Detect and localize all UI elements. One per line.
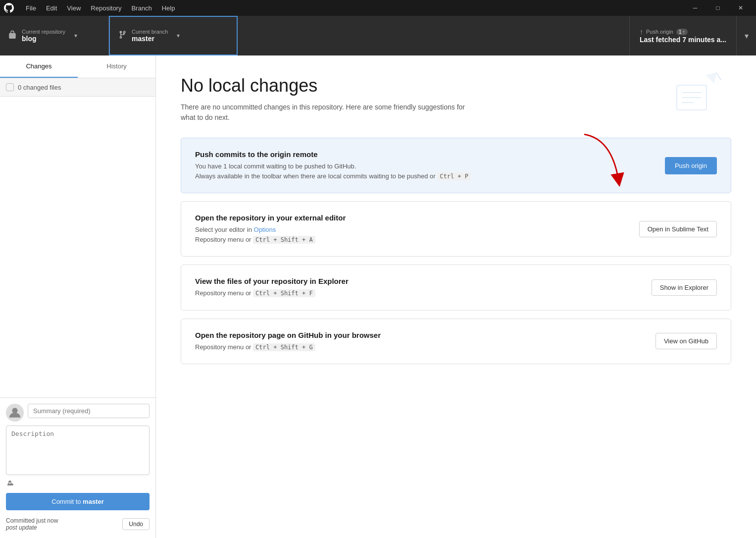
lock-icon (8, 30, 17, 42)
push-chevron-icon: ▾ (745, 31, 749, 41)
toolbar: Current repository blog ▾ Current branch… (0, 16, 756, 55)
red-arrow-decoration (573, 130, 632, 189)
minimize-button[interactable]: ─ (684, 0, 706, 16)
changed-files-row: 0 changed files (0, 78, 155, 97)
push-subtitle: Last fetched 7 minutes a... (640, 36, 726, 44)
commit-area: Commit to master Committed just now post… (0, 397, 155, 538)
github-browser-card-content: Open the repository page on GitHub in yo… (195, 331, 646, 352)
options-link[interactable]: Options (254, 226, 276, 233)
push-origin-card-button[interactable]: Push origin (665, 157, 717, 174)
changed-files-label: 0 changed files (18, 84, 61, 91)
push-badge-icon: ↑ (683, 29, 685, 35)
editor-shortcut-code: Ctrl + Shift + A (253, 236, 315, 244)
push-dropdown-button[interactable]: ▾ (736, 16, 756, 55)
svg-point-0 (12, 408, 17, 413)
sidebar-tabs: Changes History (0, 55, 155, 78)
editor-desc1-prefix: Select your editor in (195, 226, 252, 233)
add-coauthors-icon (6, 480, 14, 488)
tab-changes[interactable]: Changes (0, 55, 78, 78)
explorer-desc-prefix: Repository menu or (195, 289, 251, 297)
push-label: ↑ Push origin 1 ↑ (640, 28, 726, 36)
branch-info: Current branch master (132, 29, 168, 43)
main-content: No local changes There are no uncommitte… (156, 55, 756, 538)
titlebar: File Edit View Repository Branch Help ─ … (0, 0, 756, 16)
menu-file[interactable]: File (22, 2, 40, 14)
external-editor-card-content: Open the repository in your external edi… (195, 214, 629, 244)
illustration (667, 70, 726, 120)
select-all-checkbox[interactable] (6, 83, 14, 91)
committed-label: Committed just now (6, 517, 58, 524)
menu-edit[interactable]: Edit (42, 2, 61, 14)
push-origin-section: ↑ Push origin 1 ↑ Last fetched 7 minutes… (629, 16, 756, 55)
coauthors-row[interactable] (6, 479, 150, 489)
push-badge: 1 ↑ (676, 29, 688, 35)
explorer-desc: Repository menu or Ctrl + Shift + F (195, 288, 642, 298)
commit-row (6, 404, 150, 422)
menu-branch[interactable]: Branch (127, 2, 155, 14)
tab-history[interactable]: History (78, 55, 155, 78)
push-title: Push origin (646, 29, 673, 35)
explorer-card: View the files of your repository in Exp… (181, 265, 731, 311)
push-desc2-text: Always available in the toolbar when the… (195, 172, 436, 180)
commit-btn-branch: master (83, 498, 104, 505)
push-origin-button[interactable]: ↑ Push origin 1 ↑ Last fetched 7 minutes… (629, 16, 736, 55)
push-count: 1 (679, 29, 682, 35)
explorer-title: View the files of your repository in Exp… (195, 277, 642, 285)
close-button[interactable]: ✕ (729, 0, 752, 16)
github-shortcut: Ctrl + Shift + G (253, 343, 315, 351)
repo-info: Current repository blog (22, 29, 65, 43)
branch-chevron-icon: ▾ (177, 32, 180, 39)
push-desc1-text: You have 1 local commit waiting to be pu… (195, 162, 356, 170)
push-shortcut: Ctrl + P (437, 172, 471, 180)
push-shortcut-code: Ctrl + P (437, 172, 471, 180)
current-repository-button[interactable]: Current repository blog ▾ (0, 16, 109, 55)
show-in-explorer-button[interactable]: Show in Explorer (652, 279, 717, 296)
sidebar: Changes History 0 changed files (0, 55, 156, 538)
repo-label: Current repository (22, 29, 65, 35)
explorer-card-content: View the files of your repository in Exp… (195, 277, 642, 298)
external-editor-card: Open the repository in your external edi… (181, 201, 731, 257)
page-title: No local changes (181, 75, 731, 96)
current-branch-button[interactable]: Current branch master ▾ (109, 16, 238, 55)
explorer-shortcut-code: Ctrl + Shift + F (253, 289, 315, 297)
summary-input[interactable] (28, 404, 150, 418)
push-fetch-label: Last fetched 7 minutes a... (640, 36, 726, 44)
github-browser-title: Open the repository page on GitHub in yo… (195, 331, 646, 339)
repo-chevron-icon: ▾ (74, 32, 77, 39)
external-editor-desc2: Repository menu or Ctrl + Shift + A (195, 235, 629, 245)
external-editor-desc1: Select your editor in Options (195, 225, 629, 235)
branch-name: master (132, 35, 168, 43)
branch-label: Current branch (132, 29, 168, 35)
undo-button[interactable]: Undo (122, 518, 150, 530)
external-editor-title: Open the repository in your external edi… (195, 214, 629, 222)
description-textarea[interactable] (6, 426, 150, 475)
github-browser-desc: Repository menu or Ctrl + Shift + G (195, 342, 646, 352)
explorer-shortcut: Ctrl + Shift + F (253, 289, 315, 297)
github-browser-card: Open the repository page on GitHub in yo… (181, 319, 731, 365)
menu-bar: File Edit View Repository Branch Help (22, 2, 179, 14)
maximize-button[interactable]: □ (706, 0, 729, 16)
menu-repository[interactable]: Repository (87, 2, 125, 14)
menu-help[interactable]: Help (158, 2, 179, 14)
commit-btn-prefix: Commit to (51, 498, 83, 505)
repo-name: blog (22, 35, 65, 43)
branch-icon (118, 30, 127, 42)
window-controls: ─ □ ✕ (684, 0, 752, 16)
committed-sub: post update (6, 524, 58, 531)
menu-view[interactable]: View (63, 2, 85, 14)
view-on-github-button[interactable]: View on GitHub (655, 333, 717, 349)
push-commits-card: Push commits to the origin remote You ha… (181, 138, 731, 193)
committed-info: Committed just now post update (6, 517, 58, 531)
undo-row: Committed just now post update Undo (6, 514, 150, 532)
push-up-icon: ↑ (640, 28, 643, 36)
github-logo-icon (4, 3, 14, 13)
files-list (0, 97, 155, 397)
open-sublime-button[interactable]: Open in Sublime Text (639, 221, 717, 237)
avatar (6, 404, 24, 422)
github-shortcut-code: Ctrl + Shift + G (253, 343, 315, 351)
commit-button[interactable]: Commit to master (6, 493, 150, 510)
github-desc-prefix: Repository menu or (195, 343, 251, 351)
page-subtitle: There are no uncommitted changes in this… (181, 102, 478, 123)
app-content: Changes History 0 changed files (0, 55, 756, 538)
editor-shortcut: Ctrl + Shift + A (253, 236, 315, 243)
